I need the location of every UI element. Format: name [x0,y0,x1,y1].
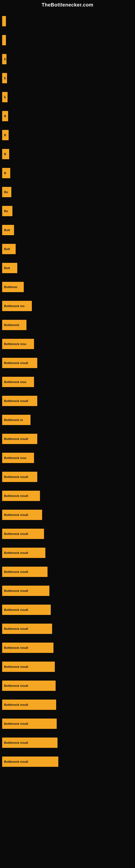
bar-label-39: Bottleneck result [3,741,29,744]
bar-row: B [0,106,135,126]
bar-label-18: Bottleneck resu [3,342,27,346]
bar-33: Bottleneck result [2,624,52,634]
bar-row: Bottleneck result [0,600,135,619]
bar-label-12: Bott [3,228,11,231]
bar-label-15: Bottlenec [3,285,18,289]
bar-27: Bottleneck result [2,510,42,520]
bar-row: Bottleneck result [0,733,135,752]
bar-row: Bottleneck result [0,581,135,600]
bar-39: Bottleneck result [2,738,57,748]
bar-row: Bottleneck result [0,429,135,448]
bar-14: Bott [2,263,17,273]
bar-7: B [2,130,9,140]
bar-6: B [2,111,8,121]
bar-18: Bottleneck resu [2,339,34,349]
bar-28: Bottleneck result [2,529,44,539]
bar-label-26: Bottleneck result [3,494,29,497]
bar-4: E [2,73,7,83]
bar-label-32: Bottleneck result [3,608,29,611]
bar-row: Bottleneck res [0,297,135,315]
bar-30: Bottleneck result [2,567,48,577]
bar-row: Bo [0,202,135,220]
bar-31: Bottleneck result [2,586,49,596]
bar-40: Bottleneck result [2,756,58,767]
bar-row: Bottleneck resu [0,335,135,353]
bar-label-17: Bottleneck [3,323,20,327]
bar-label-11: Bo [3,209,9,213]
bar-34: Bottleneck result [2,643,53,653]
bar-16: Bottleneck res [2,301,32,311]
bar-row: Bottleneck result [0,353,135,372]
bar-23: Bottleneck result [2,434,37,444]
bar-label-30: Bottleneck result [3,570,29,574]
bar-row: Bott [0,258,135,278]
bar-label-38: Bottleneck result [3,722,29,725]
bar-row: Bo [0,183,135,202]
bar-row: Bottleneck result [0,467,135,486]
bar-row: E [0,69,135,88]
bar-label-10: Bo [3,190,9,194]
bar-label-19: Bottleneck result [3,361,29,365]
bar-19: Bottleneck result [2,358,37,368]
bar-label-23: Bottleneck result [3,437,29,440]
bar-row: Bottleneck result [0,524,135,543]
bar-label-4: E [3,76,7,80]
bar-36: Bottleneck result [2,681,56,691]
bar-label-20: Bottleneck resu [3,380,27,383]
bar-row: Bottleneck result [0,657,135,676]
bar-11: Bo [2,206,12,216]
bar-37: Bottleneck result [2,700,56,710]
bar-5: E [2,92,8,102]
bar-row: E [0,88,135,106]
bar-row: Bott [0,220,135,240]
bar-2 [2,35,6,45]
bar-row: Bottleneck [0,315,135,335]
bar-label-27: Bottleneck result [3,513,29,517]
bar-24: Bottleneck resu [2,453,34,463]
bar-label-35: Bottleneck result [3,665,29,669]
bar-label-31: Bottleneck result [3,589,29,592]
bar-29: Bottleneck result [2,548,45,558]
bar-label-8: B [3,152,7,156]
bar-label-33: Bottleneck result [3,627,29,630]
bar-label-9: B [3,172,7,175]
bar-10: Bo [2,187,11,197]
bar-row: Bottleneck result [0,562,135,581]
bar-row: B [0,163,135,183]
bar-21: Bottleneck result [2,396,37,406]
bar-32: Bottleneck result [2,604,51,615]
bar-3: E [2,54,6,64]
bar-label-37: Bottleneck result [3,703,29,706]
site-title: TheBottlenecker.com [0,0,135,9]
bars-container: EEEBBBBBoBoBottBottBottBottlenecBottlene… [0,9,135,771]
bar-label-5: E [3,95,7,99]
bar-label-40: Bottleneck result [3,760,29,763]
bar-row: Bottlenec [0,278,135,297]
bar-label-22: Bottleneck re [3,418,24,422]
bar-row [0,31,135,50]
bar-row: Bottleneck resu [0,372,135,392]
bar-label-36: Bottleneck result [3,684,29,687]
bar-row: Bottleneck result [0,543,135,562]
bar-22: Bottleneck re [2,415,31,425]
bar-label-24: Bottleneck resu [3,456,27,460]
bar-label-34: Bottleneck result [3,646,29,649]
bar-label-3: E [3,58,6,61]
bar-8: B [2,149,9,159]
bar-35: Bottleneck result [2,661,55,672]
bar-row: Bottleneck result [0,752,135,771]
bar-38: Bottleneck result [2,718,57,729]
bar-row: Bottleneck result [0,486,135,505]
bar-12: Bott [2,225,14,235]
bar-row: Bottleneck resu [0,448,135,467]
bar-row: Bottleneck re [0,410,135,429]
bar-label-16: Bottleneck res [3,304,26,308]
bar-label-14: Bott [3,267,11,270]
bar-label-28: Bottleneck result [3,532,29,535]
bar-row: Bott [0,240,135,258]
bar-17: Bottleneck [2,320,27,330]
bar-label-25: Bottleneck result [3,475,29,478]
bar-row: Bottleneck result [0,392,135,410]
bar-13: Bott [2,244,16,254]
bar-15: Bottlenec [2,282,24,292]
